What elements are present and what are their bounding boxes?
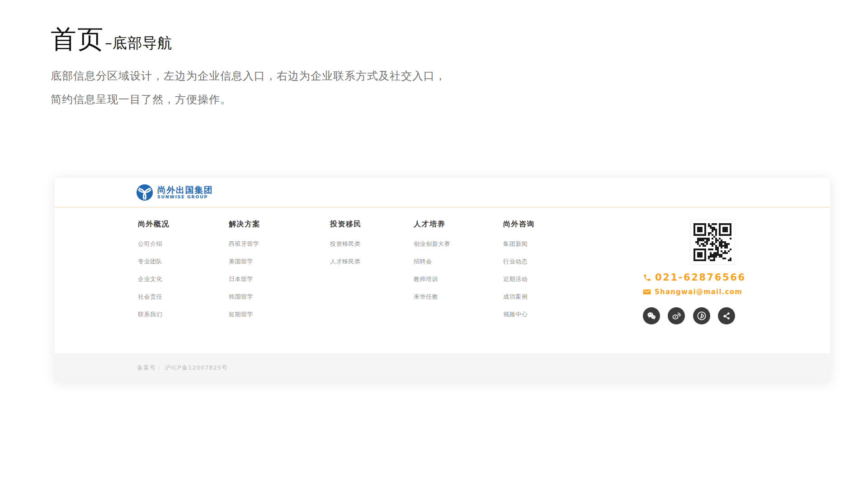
icp-record-text: 备案号： 沪ICP备12007825号 <box>137 364 228 372</box>
footer-card: 尚外出国集团 SUNWISE GROUP 尚外概况 公司介绍 专业团队 企业文化… <box>55 178 830 382</box>
wechat-button[interactable] <box>643 307 660 324</box>
qr-code-svg <box>693 222 732 262</box>
nav-link[interactable]: 西班牙留学 <box>229 240 330 248</box>
footer-content: 尚外概况 公司介绍 专业团队 企业文化 社会责任 联系我们 解决方案 西班牙留学… <box>55 207 830 353</box>
title-row: 首页 –底部导航 <box>51 23 446 54</box>
logo-text: 尚外出国集团 SUNWISE GROUP <box>157 185 213 200</box>
weibo-icon <box>671 310 682 321</box>
nav-column-talent: 人才培养 创业创新大赛 招聘会 教师培训 来华任教 <box>414 220 503 328</box>
phone-icon <box>643 273 651 282</box>
page-description-line1: 底部信息分区域设计，左边为企业信息入口，右边为企业联系方式及社交入口， <box>51 64 446 88</box>
nav-column-title: 尚外概况 <box>138 220 229 229</box>
nav-link[interactable]: 联系我们 <box>138 310 229 319</box>
nav-link[interactable]: 专业团队 <box>138 258 229 266</box>
nav-link[interactable]: 创业创新大赛 <box>414 240 503 248</box>
qr-code <box>690 220 735 265</box>
pinterest-button[interactable] <box>693 307 710 324</box>
sunwise-globe-icon <box>136 184 153 201</box>
nav-link[interactable]: 韩国留学 <box>229 293 330 301</box>
nav-column-overview: 尚外概况 公司介绍 专业团队 企业文化 社会责任 联系我们 <box>138 220 229 328</box>
nav-link[interactable]: 近期活动 <box>503 275 535 283</box>
nav-column-title: 投资移民 <box>330 220 414 229</box>
nav-link[interactable]: 招聘会 <box>414 258 503 266</box>
footer-bottom-bar: 备案号： 沪ICP备12007825号 <box>55 353 830 382</box>
nav-link[interactable]: 日本留学 <box>229 275 330 283</box>
nav-link[interactable]: 人才移民类 <box>330 258 414 266</box>
nav-link[interactable]: 企业文化 <box>138 275 229 283</box>
social-row <box>643 307 735 324</box>
contact-block: 021-62876566 Shangwai@mail.com <box>643 220 735 324</box>
nav-column-news: 尚外咨询 集团新闻 行业动态 近期活动 成功案例 视频中心 <box>503 220 535 328</box>
phone-number: 021-62876566 <box>655 272 746 283</box>
nav-link[interactable]: 视频中心 <box>503 310 535 319</box>
nav-link[interactable]: 短期留学 <box>229 310 330 319</box>
page-title: 首页 <box>51 23 104 54</box>
footer-logo-row: 尚外出国集团 SUNWISE GROUP <box>55 178 830 207</box>
logo-name-en: SUNWISE GROUP <box>157 194 213 200</box>
nav-link[interactable]: 投资移民类 <box>330 240 414 248</box>
page-subtitle: –底部导航 <box>105 33 172 53</box>
nav-link[interactable]: 集团新闻 <box>503 240 535 248</box>
nav-link[interactable]: 公司介绍 <box>138 240 229 248</box>
nav-link[interactable]: 美国留学 <box>229 258 330 266</box>
phone-row[interactable]: 021-62876566 <box>643 272 735 283</box>
share-button[interactable] <box>718 307 735 324</box>
email-row[interactable]: Shangwai@mail.com <box>643 288 735 296</box>
nav-link[interactable]: 来华任教 <box>414 293 503 301</box>
nav-column-immigration: 投资移民 投资移民类 人才移民类 <box>330 220 414 328</box>
email-icon <box>643 289 651 295</box>
nav-column-title: 人才培养 <box>414 220 503 229</box>
nav-column-title: 尚外咨询 <box>503 220 535 229</box>
nav-link[interactable]: 行业动态 <box>503 258 535 266</box>
nav-link[interactable]: 教师培训 <box>414 275 503 283</box>
email-address: Shangwai@mail.com <box>655 288 742 296</box>
page-description-line2: 简约信息呈现一目了然，方便操作。 <box>51 88 446 111</box>
nav-link[interactable]: 成功案例 <box>503 293 535 301</box>
nav-column-solutions: 解决方案 西班牙留学 美国留学 日本留学 韩国留学 短期留学 <box>229 220 330 328</box>
wechat-icon <box>646 310 657 321</box>
pinterest-icon <box>696 310 707 321</box>
nav-column-title: 解决方案 <box>229 220 330 229</box>
company-logo[interactable]: 尚外出国集团 SUNWISE GROUP <box>136 184 213 201</box>
nav-link[interactable]: 社会责任 <box>138 293 229 301</box>
share-icon <box>721 310 732 321</box>
logo-name-cn: 尚外出国集团 <box>157 185 213 194</box>
weibo-button[interactable] <box>668 307 685 324</box>
page-description: 底部信息分区域设计，左边为企业信息入口，右边为企业联系方式及社交入口， 简约信息… <box>51 64 446 111</box>
page-header: 首页 –底部导航 底部信息分区域设计，左边为企业信息入口，右边为企业联系方式及社… <box>51 23 446 111</box>
